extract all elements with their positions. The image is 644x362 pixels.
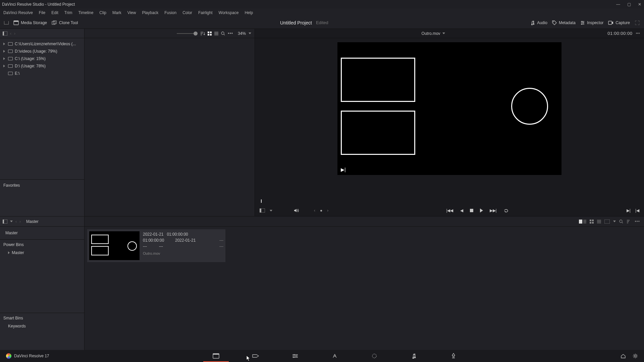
topbar: Media Storage Clone Tool Untitled Projec… <box>0 17 644 29</box>
grid-view-icon[interactable] <box>208 32 212 36</box>
close-icon[interactable]: ✕ <box>637 2 642 7</box>
tree-item[interactable]: D:\ (Usage: 78%) <box>1 62 83 70</box>
menu-item[interactable]: Playback <box>142 10 158 15</box>
clip-date: 2022-01-21 <box>143 232 163 237</box>
panel-layout-icon[interactable] <box>3 32 7 36</box>
menu-item[interactable]: View <box>127 10 136 15</box>
step-back-icon[interactable]: ◀ <box>460 208 463 213</box>
page-color[interactable] <box>370 352 379 360</box>
nav-fwd-icon[interactable]: › <box>19 219 21 224</box>
list-view-icon[interactable] <box>214 32 218 36</box>
tree-item[interactable]: E:\ <box>1 70 83 77</box>
play-icon[interactable] <box>480 208 483 213</box>
viewer-header: Outro.mov 01:00:00:00 ••• <box>255 29 644 38</box>
nav-fwd-icon[interactable]: › <box>14 31 15 36</box>
media-storage-button[interactable]: Media Storage <box>13 20 47 25</box>
viewer-clip-name[interactable]: Outro.mov <box>422 31 445 36</box>
svg-rect-1 <box>14 21 18 22</box>
panel-layout-icon[interactable] <box>3 220 7 224</box>
capture-button[interactable]: Capture <box>608 20 630 25</box>
tree-item[interactable]: C:\Users\Lizenznehmer\Videos (... <box>1 40 83 48</box>
breadcrumb-master[interactable]: Master <box>26 219 39 224</box>
sort-icon[interactable] <box>200 32 205 36</box>
sort-icon[interactable] <box>627 220 631 224</box>
clone-tool-button[interactable]: Clone Tool <box>52 20 78 25</box>
marker-dot-icon: ● <box>320 208 322 213</box>
nav-back-icon[interactable]: ‹ <box>10 31 11 36</box>
fullscreen-icon[interactable] <box>635 20 640 25</box>
audio-button[interactable]: Audio <box>530 20 547 25</box>
home-icon[interactable] <box>621 354 626 358</box>
page-fairlight[interactable] <box>409 352 419 360</box>
menu-item[interactable]: Edit <box>51 10 58 15</box>
capture-icon <box>608 21 613 25</box>
clip-card[interactable]: 2022-01-2101:00:00:00 01:00:00:002022-01… <box>87 229 225 262</box>
clone-tool-label: Clone Tool <box>59 20 78 25</box>
menu-item[interactable]: Mark <box>112 10 121 15</box>
tree-item[interactable]: C:\ (Usage: 15%) <box>1 55 83 62</box>
inspector-button[interactable]: Inspector <box>580 20 603 25</box>
tree-item[interactable]: D:\videos (Usage: 79%) <box>1 48 83 55</box>
page-deliver[interactable] <box>449 352 458 360</box>
more-options-icon[interactable]: ••• <box>635 219 640 224</box>
marker-next-icon[interactable]: › <box>327 208 328 213</box>
clip-timecode: 01:00:00:00 <box>167 232 188 237</box>
menu-item[interactable]: Color <box>182 10 192 15</box>
menu-item[interactable]: Fusion <box>164 10 176 15</box>
menu-item[interactable]: File <box>39 10 45 15</box>
page-fusion[interactable] <box>330 352 339 360</box>
chevron-right-icon <box>3 57 6 60</box>
chevron-down-icon[interactable] <box>613 221 616 222</box>
search-icon[interactable] <box>619 220 623 224</box>
mark-in-icon[interactable]: ▶| <box>627 208 631 213</box>
viewer-panel: Outro.mov 01:00:00:00 ••• ▶| ‹ ● › |◀◀ <box>255 29 644 216</box>
menu-item[interactable]: Timeline <box>78 10 93 15</box>
tree-item-label: D:\ (Usage: 78%) <box>15 64 46 68</box>
nav-back-icon[interactable]: ‹ <box>15 219 17 224</box>
frame-mode-icon[interactable] <box>604 220 610 224</box>
menu-item[interactable]: Workspace <box>219 10 239 15</box>
search-icon[interactable] <box>221 32 225 36</box>
bin-item-master[interactable]: Master <box>3 229 81 237</box>
metadata-view-icon[interactable] <box>579 220 586 224</box>
project-title: Untitled Project <box>280 20 312 25</box>
maximize-icon[interactable]: ▢ <box>627 2 631 7</box>
speaker-icon[interactable] <box>294 208 299 213</box>
chevron-down-icon[interactable] <box>270 210 272 212</box>
media-browser-toolbar: ••• 34% <box>85 29 255 38</box>
grid-view-icon[interactable] <box>590 220 594 224</box>
mark-out-icon[interactable]: |◀ <box>635 208 639 213</box>
viewer-options-icon[interactable]: ••• <box>636 31 640 36</box>
go-first-icon[interactable]: |◀◀ <box>446 208 453 213</box>
metadata-button[interactable]: Metadata <box>552 20 576 25</box>
svg-rect-24 <box>592 222 594 224</box>
marker-prev-icon[interactable]: ‹ <box>314 208 315 213</box>
menu-item[interactable]: Help <box>245 10 253 15</box>
page-media[interactable] <box>211 352 221 360</box>
menu-item[interactable]: Trim <box>64 10 72 15</box>
bin-item-power-master[interactable]: Master <box>3 249 81 256</box>
loop-icon[interactable] <box>503 208 509 213</box>
layout-dropdown-icon[interactable] <box>4 21 9 24</box>
page-edit[interactable] <box>290 352 300 360</box>
menu-item[interactable]: Clip <box>99 10 106 15</box>
page-cut[interactable] <box>251 352 260 360</box>
frame-mode-icon[interactable] <box>260 208 265 213</box>
gear-icon[interactable] <box>633 353 638 359</box>
viewer-scrubber[interactable] <box>259 199 640 204</box>
stop-icon[interactable] <box>470 209 473 212</box>
chevron-right-icon <box>8 251 10 254</box>
chevron-down-icon[interactable] <box>249 33 251 34</box>
menu-item[interactable]: Fairlight <box>198 10 213 15</box>
go-last-icon[interactable]: ▶▶| <box>490 208 497 213</box>
minimize-icon[interactable]: — <box>616 2 621 7</box>
chevron-down-icon[interactable] <box>10 221 13 222</box>
zoom-value[interactable]: 34% <box>238 31 246 36</box>
more-options-icon[interactable]: ••• <box>228 31 233 36</box>
viewer-canvas[interactable]: ▶| <box>337 42 561 175</box>
clip-tc-small: 01:00:00:00 <box>143 238 163 243</box>
list-view-icon[interactable] <box>597 220 601 224</box>
menu-item[interactable]: DaVinci Resolve <box>3 10 33 15</box>
thumbnail-size-slider[interactable] <box>177 33 198 34</box>
bin-item-keywords[interactable]: Keywords <box>3 322 81 330</box>
